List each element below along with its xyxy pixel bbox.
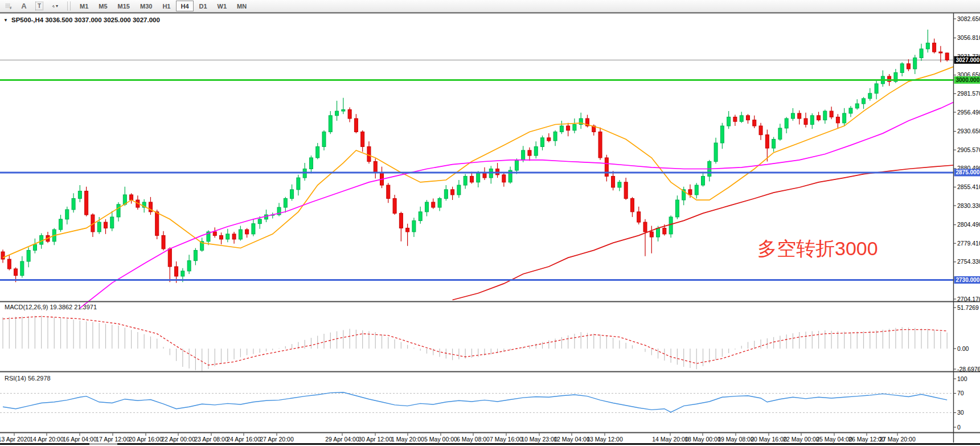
price-tick-label: 3056.810 [957,34,980,41]
date-label: 17 Apr 12:00 [96,436,130,443]
cursor-arrows-glyph [51,2,55,11]
candle [464,176,467,185]
candle [900,64,904,73]
timeframe-button-h4[interactable]: H4 [176,1,193,11]
date-label: 6 May 08:00 [457,436,490,443]
chart-symbol-header: SP500-,H4 3036.500 3037.000 3025.000 302… [11,17,160,23]
date-label: 7 May 16:00 [490,436,523,443]
macd-tick-label: -28.6976 [957,366,980,373]
candle [412,220,416,231]
horizontal-scrollbar-track[interactable] [0,443,980,445]
candle [387,185,390,198]
toolbar-grip[interactable] [67,2,71,10]
candle [817,116,821,120]
candle [470,176,473,182]
candle [329,116,332,132]
rsi-label: RSI(14) 56.2978 [5,375,51,382]
candle [810,116,814,125]
date-label: 12 May 04:00 [553,436,590,443]
candle [14,269,18,276]
candle [541,138,544,147]
candle [637,212,641,222]
timeframe-button-m5[interactable]: M5 [94,1,112,11]
candle [213,232,216,235]
price-tick-label: 2855.410 [957,183,980,190]
text-label-icon[interactable]: A [17,1,31,11]
candle [348,109,351,118]
candle [675,200,679,217]
candle [945,53,949,60]
candle [785,118,788,128]
candle [657,228,660,237]
annotation-text: 多空转折3000 [757,238,878,259]
candle [746,116,749,120]
symbol-dropdown-icon[interactable]: ▼ [3,18,8,23]
rsi-tick-label: 70 [957,390,964,396]
candle [522,150,525,160]
candle [477,173,480,182]
candle [245,230,249,234]
candle [650,232,653,237]
candle [226,234,229,239]
price-tag-label: 3027.000 [956,57,980,63]
date-label: 22 May 00:00 [783,436,819,443]
svg-text:F: F [10,6,11,9]
candle [733,117,737,121]
timeframe-button-w1[interactable]: W1 [213,1,232,11]
timeframe-button-mn[interactable]: MN [232,1,251,11]
candle [926,43,929,48]
candle [791,113,794,118]
candle [335,111,339,116]
candle [7,259,11,269]
price-tag-label: 2730.000 [956,277,980,283]
timeframe-button-m30[interactable]: M30 [136,1,157,11]
candle [823,111,827,120]
timeframe-button-h1[interactable]: H1 [158,1,175,11]
candle [155,212,159,236]
dropdown-caret-icon: ▾ [56,3,58,9]
candle [772,139,776,148]
candle [40,235,43,244]
candle [33,244,36,250]
text-box-icon[interactable]: T [32,1,47,11]
timeframe-button-m15[interactable]: M15 [113,1,134,11]
candle [457,185,461,195]
candle [830,111,833,117]
horizontal-scrollbar-thumb[interactable] [89,443,117,445]
date-label: 22 Apr 00:00 [161,436,195,443]
timeframe-button-d1[interactable]: D1 [195,1,212,11]
candle [361,132,364,146]
date-label: 23 Apr 08:00 [194,436,228,443]
timeframe-button-group: M1M5M15M30H1H4D1W1MN [75,1,252,11]
candle [85,191,88,215]
dotted-grid-f-icon[interactable]: F [1,1,16,11]
candle [849,108,852,113]
candle [342,109,345,111]
macd-tick-label: 0.00 [957,345,969,352]
candle [939,52,942,53]
cursor-arrows-icon[interactable]: ▾ [47,1,62,11]
rsi-tick-label: 0 [957,424,961,431]
date-label: 24 Apr 16:00 [227,436,261,443]
macd-label: MACD(12,26,9) 19.3862 21.3971 [5,304,97,310]
date-label: 27 Apr 20:00 [260,436,294,443]
date-label: 14 May 20:00 [652,436,688,443]
candle [425,202,428,212]
candle [232,234,236,239]
candle [354,118,358,132]
candle [309,158,313,169]
price-tick-label: 2754.330 [957,258,980,265]
candle [868,93,872,99]
candle [438,198,441,207]
date-label: 25 May 04:00 [816,436,852,443]
price-tag-label: 2875.000 [956,169,980,175]
candle [59,219,63,230]
candle [322,132,326,146]
candle [612,176,615,187]
candle [843,113,846,123]
candle [252,224,255,234]
price-tick-label: 2981.570 [957,90,980,97]
candle [515,160,518,170]
date-label: 5 May 00:00 [424,436,457,443]
timeframe-button-m1[interactable]: M1 [75,1,93,11]
